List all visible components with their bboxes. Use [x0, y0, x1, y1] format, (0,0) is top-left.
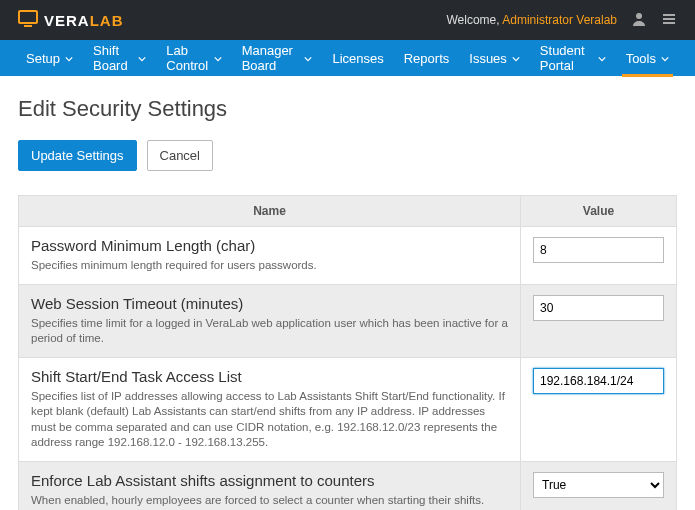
welcome-text: Welcome, Administrator Veralab [446, 13, 617, 27]
svg-point-2 [636, 13, 642, 19]
table-row: Enforce Lab Assistant shifts assignment … [19, 461, 677, 510]
value-cell [521, 357, 677, 461]
menu-reports[interactable]: Reports [396, 40, 458, 76]
setting-cell: Shift Start/End Task Access ListSpecifie… [19, 357, 521, 461]
chevron-down-icon [304, 51, 312, 66]
chevron-down-icon [214, 51, 222, 66]
page-content: Edit Security Settings Update Settings C… [0, 76, 695, 510]
menu-label: Licenses [332, 51, 383, 66]
chevron-down-icon [138, 51, 146, 66]
svg-rect-4 [663, 18, 675, 20]
menu-manager-board[interactable]: Manager Board [234, 40, 321, 76]
chevron-down-icon [598, 51, 606, 66]
topbar-right: Welcome, Administrator Veralab [446, 11, 677, 30]
svg-rect-5 [663, 22, 675, 24]
menu-label: Reports [404, 51, 450, 66]
monitor-icon [18, 10, 38, 31]
table-row: Web Session Timeout (minutes)Specifies t… [19, 284, 677, 357]
setting-cell: Password Minimum Length (char)Specifies … [19, 227, 521, 285]
menu-lab-control[interactable]: Lab Control [158, 40, 229, 76]
setting-name: Web Session Timeout (minutes) [31, 295, 508, 312]
menu-shift-board[interactable]: Shift Board [85, 40, 154, 76]
setting-name: Enforce Lab Assistant shifts assignment … [31, 472, 508, 489]
table-row: Shift Start/End Task Access ListSpecifie… [19, 357, 677, 461]
chevron-down-icon [661, 51, 669, 66]
menu-label: Issues [469, 51, 507, 66]
settings-table: Name Value Password Minimum Length (char… [18, 195, 677, 510]
menu-label: Manager Board [242, 43, 300, 73]
menu-label: Shift Board [93, 43, 133, 73]
setting-select[interactable]: True [533, 472, 664, 498]
menu-setup[interactable]: Setup [18, 40, 81, 76]
menu-label: Tools [626, 51, 656, 66]
menu-label: Lab Control [166, 43, 208, 73]
menu-icon[interactable] [661, 11, 677, 30]
setting-name: Shift Start/End Task Access List [31, 368, 508, 385]
table-row: Password Minimum Length (char)Specifies … [19, 227, 677, 285]
svg-rect-1 [24, 25, 32, 27]
col-value-header: Value [521, 196, 677, 227]
setting-desc: When enabled, hourly employees are force… [31, 493, 508, 509]
chevron-down-icon [512, 51, 520, 66]
setting-cell: Enforce Lab Assistant shifts assignment … [19, 461, 521, 510]
page-title: Edit Security Settings [18, 96, 677, 122]
logo-text: VERALAB [44, 12, 124, 29]
menubar: SetupShift BoardLab ControlManager Board… [0, 40, 695, 76]
cancel-button[interactable]: Cancel [147, 140, 213, 171]
logo[interactable]: VERALAB [18, 10, 124, 31]
setting-cell: Web Session Timeout (minutes)Specifies t… [19, 284, 521, 357]
user-icon[interactable] [631, 11, 647, 30]
setting-desc: Specifies time limit for a logged in Ver… [31, 316, 508, 347]
menu-label: Setup [26, 51, 60, 66]
setting-desc: Specifies list of IP addresses allowing … [31, 389, 508, 451]
value-cell [521, 227, 677, 285]
menu-student-portal[interactable]: Student Portal [532, 40, 614, 76]
menu-licenses[interactable]: Licenses [324, 40, 391, 76]
setting-input[interactable] [533, 368, 664, 394]
setting-name: Password Minimum Length (char) [31, 237, 508, 254]
topbar: VERALAB Welcome, Administrator Veralab [0, 0, 695, 40]
setting-input[interactable] [533, 295, 664, 321]
menu-label: Student Portal [540, 43, 593, 73]
action-bar: Update Settings Cancel [18, 140, 677, 171]
setting-input[interactable] [533, 237, 664, 263]
value-cell: True [521, 461, 677, 510]
value-cell [521, 284, 677, 357]
update-settings-button[interactable]: Update Settings [18, 140, 137, 171]
col-name-header: Name [19, 196, 521, 227]
svg-rect-0 [19, 11, 37, 23]
setting-desc: Specifies minimum length required for us… [31, 258, 508, 274]
svg-rect-3 [663, 14, 675, 16]
menu-issues[interactable]: Issues [461, 40, 528, 76]
menu-tools[interactable]: Tools [618, 40, 677, 76]
chevron-down-icon [65, 51, 73, 66]
